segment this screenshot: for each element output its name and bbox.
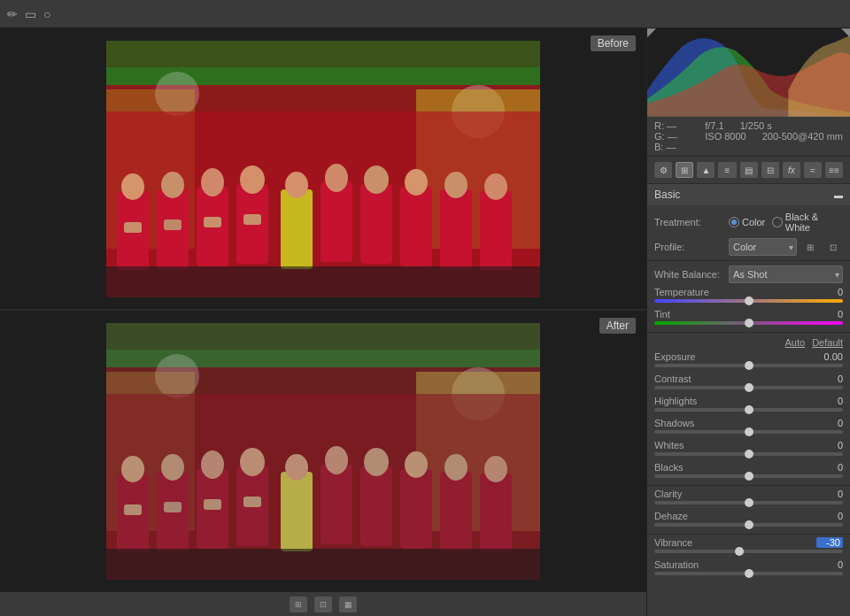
contrast-track[interactable]	[654, 386, 843, 389]
exposure-track[interactable]	[654, 364, 843, 367]
blacks-value[interactable]: 0	[816, 462, 843, 473]
hsl-tool[interactable]: ▤	[740, 162, 758, 178]
svg-point-25	[325, 164, 348, 192]
crop-tool[interactable]: ⊞	[676, 162, 693, 178]
photo-bottom-bar: ⊞ ⊡ ▦	[0, 591, 646, 616]
blacks-label: Blacks	[654, 462, 683, 473]
top-toolbar: ✏ ▭ ○	[0, 0, 850, 28]
filmstrip-icon[interactable]: ▦	[339, 597, 357, 612]
default-button[interactable]: Default	[812, 337, 843, 348]
auto-button[interactable]: Auto	[785, 337, 806, 348]
saturation-slider-row: Saturation 0	[647, 558, 850, 581]
temperature-track[interactable]	[654, 299, 843, 303]
dehaze-thumb[interactable]	[745, 520, 753, 529]
whites-label: Whites	[654, 440, 684, 450]
photo-before-canvas	[0, 28, 646, 309]
contrast-thumb[interactable]	[745, 383, 753, 392]
dehaze-value[interactable]: 0	[816, 511, 843, 521]
saturation-track[interactable]	[654, 572, 843, 575]
compare-icon[interactable]: ⊡	[314, 597, 332, 612]
r-value: R: —	[654, 120, 677, 131]
exposure-value[interactable]: 0.00	[816, 351, 843, 362]
profile-select[interactable]: Color	[729, 238, 797, 256]
grid-view-icon[interactable]: ⊞	[290, 597, 307, 612]
wb-select[interactable]: As Shot	[729, 266, 843, 283]
shadows-value[interactable]: 0	[816, 418, 843, 428]
detail-tool[interactable]: ≈	[804, 162, 822, 178]
color-radio-dot[interactable]	[729, 217, 739, 227]
svg-rect-81	[124, 504, 142, 515]
svg-rect-40	[204, 217, 221, 227]
bw-radio-dot[interactable]	[772, 217, 783, 227]
iso-lens: ISO 8000 200-500@420 mm	[705, 131, 843, 142]
lens-tool[interactable]: ≡≡	[825, 162, 843, 178]
clarity-slider-row: Clarity 0	[647, 488, 850, 510]
temperature-value[interactable]: 0	[816, 287, 843, 297]
photo-before: Before	[0, 28, 646, 311]
photo-panel: Before	[0, 28, 646, 616]
exposure-slider-row: Exposure 0.00	[647, 350, 850, 373]
svg-rect-24	[321, 182, 352, 262]
svg-point-28	[364, 166, 389, 194]
tint-thumb[interactable]	[745, 319, 753, 327]
vibrance-label-row: Vibrance -30	[654, 537, 843, 548]
clarity-value[interactable]: 0	[816, 489, 843, 499]
svg-point-80	[484, 456, 507, 482]
contrast-value[interactable]: 0	[816, 373, 843, 384]
saturation-thumb[interactable]	[745, 569, 753, 578]
svg-rect-42	[106, 266, 540, 297]
color-radio[interactable]: Color	[729, 217, 765, 227]
tint-value[interactable]: 0	[816, 309, 843, 320]
svg-point-34	[444, 172, 468, 198]
vibrance-value[interactable]: -30	[816, 537, 843, 548]
spot-tool-icon[interactable]: ○	[43, 7, 50, 21]
treatment-radio-group: Color Black & White	[729, 212, 843, 233]
color-grading-tool[interactable]: ⊟	[761, 162, 779, 178]
clarity-track[interactable]	[654, 501, 843, 504]
dehaze-track[interactable]	[654, 523, 843, 527]
exposure-thumb[interactable]	[745, 361, 753, 370]
profile-grid-icon[interactable]: ⊞	[800, 239, 820, 255]
svg-rect-64	[281, 472, 313, 551]
tint-track[interactable]	[654, 321, 843, 325]
highlights-track[interactable]	[654, 408, 843, 412]
contrast-label: Contrast	[654, 373, 692, 384]
fx-tool[interactable]: fx	[783, 162, 800, 178]
before-label: Before	[591, 35, 636, 51]
profile-grid2-icon[interactable]: ⊡	[823, 239, 843, 255]
after-label: After	[599, 318, 636, 334]
basic-title: Basic	[654, 189, 680, 201]
shadows-track[interactable]	[654, 430, 843, 434]
settings-tool[interactable]: ⚙	[654, 162, 672, 178]
vibrance-track[interactable]	[654, 550, 843, 553]
vibrance-thumb[interactable]	[735, 547, 744, 556]
exposure-info: f/7.1 1/250 s ISO 8000 200-500@420 mm	[705, 120, 843, 152]
mountain-tool[interactable]: ▲	[697, 162, 715, 178]
temperature-thumb[interactable]	[745, 296, 753, 305]
shadows-thumb[interactable]	[745, 427, 753, 436]
whites-value[interactable]: 0	[816, 440, 843, 450]
highlights-value[interactable]: 0	[816, 396, 843, 406]
svg-rect-39	[164, 219, 182, 230]
tone-curve-tool[interactable]: ≡	[718, 162, 736, 178]
auto-default-row: Auto Default	[647, 335, 850, 350]
dehaze-slider-row: Dehaze 0	[647, 510, 850, 532]
blacks-thumb[interactable]	[745, 472, 753, 481]
edit-tool-icon[interactable]: ✏	[7, 7, 18, 21]
clarity-thumb[interactable]	[745, 498, 753, 507]
crop-tool-icon[interactable]: ▭	[25, 7, 36, 21]
whites-thumb[interactable]	[745, 450, 753, 458]
blacks-track[interactable]	[654, 474, 843, 478]
contrast-slider-row: Contrast 0	[647, 373, 850, 395]
whites-track[interactable]	[654, 452, 843, 456]
svg-rect-41	[243, 214, 261, 225]
collapse-icon[interactable]: ▬	[834, 190, 843, 200]
shadows-slider-row: Shadows 0	[647, 417, 850, 439]
rgb-values: R: — G: — B: —	[654, 120, 677, 152]
exposure-label: Exposure	[654, 351, 695, 362]
bw-radio[interactable]: Black & White	[772, 212, 843, 233]
saturation-value[interactable]: 0	[816, 559, 843, 570]
dehaze-label: Dehaze	[654, 511, 688, 521]
highlights-thumb[interactable]	[745, 405, 753, 414]
camera-info: R: — G: — B: — f/7.1 1/250 s ISO 8000 20…	[647, 117, 850, 157]
